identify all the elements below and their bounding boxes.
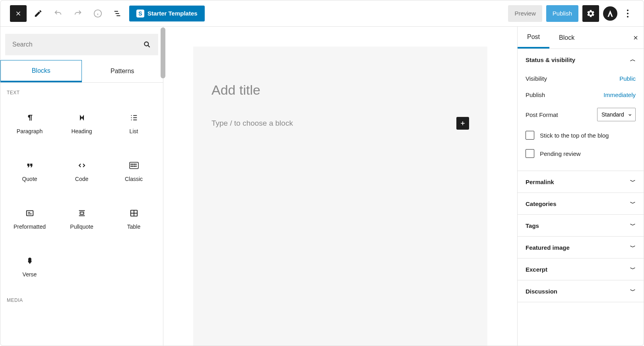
topbar-left: S Starter Templates [10, 5, 205, 22]
svg-point-19 [131, 166, 132, 167]
post-format-label: Post Format [526, 111, 558, 118]
panel-title: Discussion [526, 288, 557, 295]
info-button[interactable] [89, 5, 106, 22]
visibility-value[interactable]: Public [619, 75, 636, 82]
block-quote[interactable]: Quote [4, 147, 56, 195]
publish-value[interactable]: Immediately [603, 91, 636, 98]
tab-patterns[interactable]: Patterns [82, 60, 163, 82]
dot-icon [627, 16, 628, 17]
sticky-checkbox[interactable] [526, 131, 534, 140]
panel-toggle-featured[interactable]: Featured image ﹀ [518, 237, 644, 258]
panel-title: Categories [526, 200, 557, 207]
list-icon [128, 112, 140, 123]
panel-body: Visibility Public Publish Immediately Po… [518, 70, 644, 171]
search-icon [143, 41, 151, 49]
block-table[interactable]: Table [108, 195, 160, 243]
tab-blocks[interactable]: Blocks [0, 60, 82, 82]
info-icon [93, 9, 102, 18]
block-label: Preformatted [14, 224, 46, 230]
editor-canvas-wrap: Add title Type / to choose a block [163, 27, 517, 346]
editor-canvas[interactable]: Add title Type / to choose a block [193, 47, 487, 346]
block-list[interactable]: List [108, 99, 160, 147]
add-block-button[interactable] [456, 117, 469, 130]
block-grid: Paragraph Heading List Quote Code Classi… [0, 99, 163, 290]
chevron-down-icon: ﹀ [630, 200, 636, 207]
svg-point-22 [136, 166, 136, 167]
block-paragraph[interactable]: Paragraph [4, 99, 56, 147]
preformatted-icon [24, 208, 35, 219]
panel-tags: Tags ﹀ [518, 215, 644, 237]
pending-checkbox[interactable] [526, 149, 534, 158]
quote-icon [24, 160, 35, 171]
block-classic[interactable]: Classic [108, 147, 160, 195]
pending-row: Pending review [526, 144, 636, 163]
panel-toggle-discussion[interactable]: Discussion ﹀ [518, 280, 644, 302]
close-settings-button[interactable] [632, 35, 639, 41]
block-verse[interactable]: Verse [4, 243, 56, 290]
block-placeholder[interactable]: Type / to choose a block [211, 119, 293, 128]
outline-icon [113, 9, 122, 18]
tab-block[interactable]: Block [549, 27, 584, 49]
svg-point-20 [132, 166, 133, 167]
outline-button[interactable] [109, 5, 126, 22]
block-label: Quote [22, 176, 37, 182]
panel-toggle-status[interactable]: Status & visibility ︿ [518, 49, 644, 70]
panel-title: Excerpt [526, 266, 547, 273]
pending-label: Pending review [540, 150, 581, 157]
block-heading[interactable]: Heading [56, 99, 108, 147]
verse-icon [24, 255, 35, 266]
panel-toggle-categories[interactable]: Categories ﹀ [518, 193, 644, 214]
chevron-down-icon: ﹀ [630, 288, 636, 295]
panel-permalink: Permalink ﹀ [518, 171, 644, 193]
undo-button[interactable] [50, 5, 66, 22]
panel-title: Permalink [526, 179, 554, 185]
block-inserter-panel: Blocks Patterns TEXT Paragraph Heading L… [0, 27, 163, 346]
preview-button[interactable]: Preview [508, 5, 542, 22]
block-label: Code [75, 176, 88, 182]
search-input[interactable] [12, 41, 143, 48]
panel-toggle-excerpt[interactable]: Excerpt ﹀ [518, 259, 644, 280]
panel-toggle-permalink[interactable]: Permalink ﹀ [518, 171, 644, 192]
tab-post[interactable]: Post [518, 27, 549, 49]
block-label: Pullquote [70, 224, 93, 230]
panel-title: Tags [526, 222, 539, 229]
starter-templates-label: Starter Templates [147, 10, 198, 17]
settings-button[interactable] [582, 5, 599, 22]
redo-icon [74, 9, 82, 18]
topbar: S Starter Templates Preview Publish [0, 0, 644, 27]
search-box [5, 34, 158, 55]
block-label: Table [127, 224, 140, 230]
close-inserter-button[interactable] [10, 5, 27, 22]
publish-button[interactable]: Publish [546, 5, 578, 22]
inserter-tabs: Blocks Patterns [0, 60, 163, 83]
classic-icon [128, 160, 140, 171]
heading-icon [76, 112, 87, 123]
edit-tool-button[interactable] [30, 5, 47, 22]
svg-rect-27 [80, 212, 83, 214]
gear-icon [586, 9, 595, 18]
svg-point-21 [134, 166, 135, 167]
starter-templates-button[interactable]: S Starter Templates [129, 6, 205, 21]
redo-button[interactable] [70, 5, 86, 22]
astra-button[interactable] [603, 6, 617, 21]
chevron-down-icon: ﹀ [630, 266, 636, 273]
svg-point-16 [132, 164, 133, 165]
sticky-row: Stick to the top of the blog [526, 126, 636, 144]
block-preformatted[interactable]: Preformatted [4, 195, 56, 243]
code-icon [76, 160, 87, 171]
panel-excerpt: Excerpt ﹀ [518, 259, 644, 280]
post-format-select[interactable]: Standard [597, 108, 636, 121]
more-menu-button[interactable] [621, 5, 634, 22]
panel-title: Status & visibility [526, 56, 575, 63]
post-title-input[interactable]: Add title [211, 82, 469, 98]
chevron-up-icon: ︿ [630, 56, 636, 63]
block-pullquote[interactable]: Pullquote [56, 195, 108, 243]
panel-toggle-tags[interactable]: Tags ﹀ [518, 215, 644, 236]
svg-rect-14 [130, 162, 138, 169]
table-icon [128, 208, 140, 219]
panel-title: Featured image [526, 244, 570, 251]
svg-point-17 [134, 164, 135, 165]
block-code[interactable]: Code [56, 147, 108, 195]
post-format-row: Post Format Standard [526, 103, 636, 126]
close-icon [15, 10, 22, 17]
